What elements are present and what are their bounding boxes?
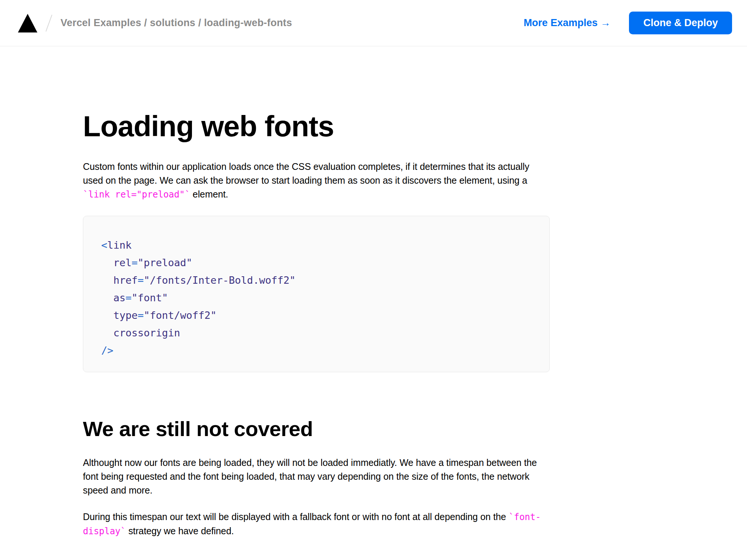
code-token: /> <box>101 345 114 356</box>
paragraph2-text-after: strategy we have defined. <box>126 526 234 536</box>
intro-text-after: element. <box>190 189 228 199</box>
code-token: < <box>101 239 107 251</box>
code-token: = <box>125 292 131 304</box>
code-token: = <box>138 274 144 286</box>
code-token: "/fonts/Inter-Bold.woff2" <box>144 274 295 286</box>
header: Vercel Examples / solutions / loading-we… <box>0 0 747 46</box>
code-token: link <box>107 239 131 251</box>
code-token: crossorigin <box>101 327 180 339</box>
intro-paragraph: Custom fonts within our application load… <box>83 160 550 202</box>
code-token: href <box>101 274 138 286</box>
vercel-logo-icon[interactable] <box>18 14 37 32</box>
code-block: <link rel="preload" href="/fonts/Inter-B… <box>83 216 550 372</box>
code-token: "preload" <box>138 257 192 268</box>
section-paragraph-2: During this timespan our text will be di… <box>83 510 550 538</box>
code-line: rel="preload" <box>101 254 534 271</box>
code-line: crossorigin <box>101 324 534 342</box>
code-token: "font" <box>131 292 168 304</box>
code-token: = <box>138 309 144 321</box>
code-token: "font/woff2" <box>144 309 217 321</box>
paragraph2-text-before: During this timespan our text will be di… <box>83 511 509 522</box>
intro-text-before: Custom fonts within our application load… <box>83 161 529 186</box>
code-line: <link <box>101 236 534 254</box>
code-token: as <box>101 292 125 304</box>
more-examples-link[interactable]: More Examples → <box>524 17 611 29</box>
code-line: type="font/woff2" <box>101 307 534 324</box>
section-heading: We are still not covered <box>83 417 550 441</box>
code-token: = <box>131 257 137 268</box>
code-token: type <box>101 309 138 321</box>
header-actions: More Examples → Clone & Deploy <box>524 12 732 34</box>
page-title: Loading web fonts <box>83 111 550 143</box>
section-paragraph-1: Althought now our fonts are being loaded… <box>83 456 550 497</box>
inline-code-link-preload: `link rel="preload"` <box>83 189 190 200</box>
breadcrumb[interactable]: Vercel Examples / solutions / loading-we… <box>61 17 292 29</box>
code-token: rel <box>101 257 131 268</box>
code-line: /> <box>101 342 534 359</box>
clone-deploy-button[interactable]: Clone & Deploy <box>629 12 732 34</box>
code-snippet: <link rel="preload" href="/fonts/Inter-B… <box>101 236 534 359</box>
code-line: as="font" <box>101 289 534 307</box>
code-line: href="/fonts/Inter-Bold.woff2" <box>101 271 534 289</box>
main-content: Loading web fonts Custom fonts within ou… <box>0 46 550 538</box>
breadcrumb-separator <box>46 15 52 32</box>
